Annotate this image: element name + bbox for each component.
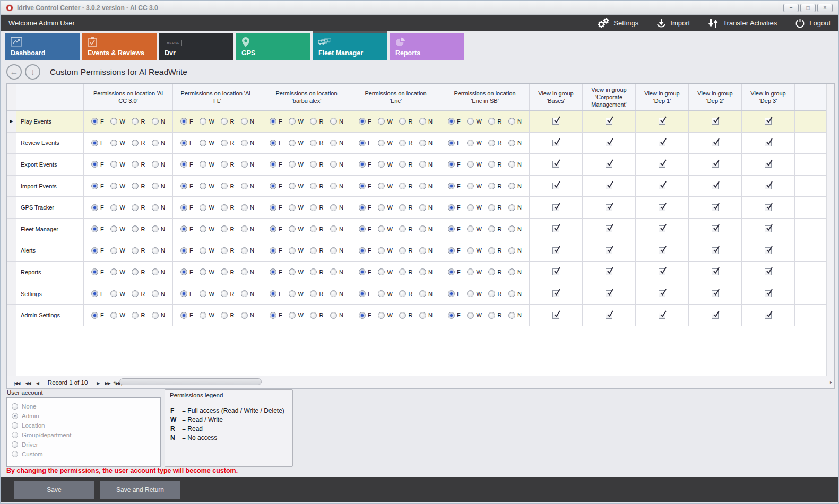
tab-reports[interactable]: Reports <box>390 33 464 60</box>
checkbox-checked-icon[interactable] <box>712 290 719 297</box>
radio-unselected-icon[interactable] <box>467 140 474 146</box>
checkbox-checked-icon[interactable] <box>712 268 719 275</box>
checkbox-checked-icon[interactable] <box>712 247 719 254</box>
radio-option-w[interactable]: W <box>289 183 303 189</box>
radio-selected-icon[interactable] <box>448 225 455 232</box>
radio-unselected-icon[interactable] <box>289 268 296 275</box>
radio-unselected-icon[interactable] <box>419 247 426 254</box>
radio-option-f[interactable]: F <box>359 161 371 168</box>
radio-option-r[interactable]: R <box>132 268 145 275</box>
radio-unselected-icon[interactable] <box>200 204 206 211</box>
radio-selected-icon[interactable] <box>448 204 455 211</box>
radio-selected-icon[interactable] <box>180 247 187 254</box>
radio-unselected-icon[interactable] <box>132 225 139 232</box>
checkbox-checked-icon[interactable] <box>765 247 772 254</box>
radio-option-r[interactable]: R <box>310 204 323 211</box>
radio-option-r[interactable]: R <box>310 161 323 168</box>
radio-selected-icon[interactable] <box>448 268 455 275</box>
radio-selected-icon[interactable] <box>91 204 98 211</box>
radio-selected-icon[interactable] <box>270 225 276 232</box>
radio-unselected-icon[interactable] <box>221 268 228 275</box>
radio-unselected-icon[interactable] <box>200 161 206 168</box>
radio-option-n[interactable]: N <box>419 225 433 232</box>
checkbox-checked-icon[interactable] <box>552 268 559 275</box>
radio-option-w[interactable]: W <box>378 225 392 232</box>
checkbox-checked-icon[interactable] <box>606 247 612 254</box>
next-page-button[interactable]: ▶▶ <box>102 381 113 386</box>
radio-unselected-icon[interactable] <box>467 312 474 319</box>
radio-option-n[interactable]: N <box>330 247 343 254</box>
radio-unselected-icon[interactable] <box>200 312 206 319</box>
checkbox-checked-icon[interactable] <box>606 204 612 211</box>
radio-option-n[interactable]: N <box>330 290 343 297</box>
tab-dvr[interactable]: MERGEDvr <box>159 33 233 60</box>
radio-option-w[interactable]: W <box>467 161 481 168</box>
action-import[interactable]: Import <box>656 19 690 28</box>
radio-unselected-icon[interactable] <box>399 183 406 189</box>
tab-events-reviews[interactable]: Events & Reviews <box>82 33 157 60</box>
radio-option-f[interactable]: F <box>91 268 104 275</box>
radio-option-r[interactable]: R <box>221 247 234 254</box>
radio-option-n[interactable]: N <box>241 312 254 319</box>
checkbox-checked-icon[interactable] <box>765 290 772 297</box>
radio-unselected-icon[interactable] <box>289 161 296 168</box>
radio-selected-icon[interactable] <box>359 183 366 189</box>
radio-unselected-icon[interactable] <box>508 118 515 125</box>
radio-unselected-icon[interactable] <box>330 247 337 254</box>
radio-unselected-icon[interactable] <box>310 204 317 211</box>
radio-option-n[interactable]: N <box>152 312 165 319</box>
radio-unselected-icon[interactable] <box>508 268 515 275</box>
checkbox-checked-icon[interactable] <box>552 140 559 146</box>
radio-unselected-icon[interactable] <box>289 118 296 125</box>
radio-unselected-icon[interactable] <box>152 290 159 297</box>
radio-unselected-icon[interactable] <box>378 290 385 297</box>
radio-option-f[interactable]: F <box>91 225 104 232</box>
radio-selected-icon[interactable] <box>448 290 455 297</box>
radio-option-w[interactable]: W <box>110 225 125 232</box>
radio-option-w[interactable]: W <box>378 268 392 275</box>
radio-option-f[interactable]: F <box>91 140 104 146</box>
radio-unselected-icon[interactable] <box>152 204 159 211</box>
radio-option-f[interactable]: F <box>180 161 193 168</box>
radio-option-w[interactable]: W <box>110 290 125 297</box>
checkbox-checked-icon[interactable] <box>606 140 612 146</box>
radio-option-r[interactable]: R <box>310 268 323 275</box>
radio-unselected-icon[interactable] <box>488 118 495 125</box>
radio-unselected-icon[interactable] <box>330 140 337 146</box>
radio-unselected-icon[interactable] <box>241 161 248 168</box>
radio-option-n[interactable]: N <box>419 290 433 297</box>
radio-selected-icon[interactable] <box>448 140 455 146</box>
radio-unselected-icon[interactable] <box>310 183 317 189</box>
radio-selected-icon[interactable] <box>180 140 187 146</box>
checkbox-checked-icon[interactable] <box>552 161 559 168</box>
radio-option-r[interactable]: R <box>399 183 412 189</box>
radio-option-n[interactable]: N <box>508 225 522 232</box>
radio-unselected-icon[interactable] <box>12 422 18 429</box>
radio-selected-icon[interactable] <box>270 290 276 297</box>
radio-unselected-icon[interactable] <box>467 290 474 297</box>
radio-option-n[interactable]: N <box>241 183 254 189</box>
radio-option-f[interactable]: F <box>180 140 193 146</box>
next-record-button[interactable]: ▶ <box>94 381 102 386</box>
radio-unselected-icon[interactable] <box>399 268 406 275</box>
radio-option-r[interactable]: R <box>399 140 412 146</box>
radio-option-f[interactable]: F <box>359 140 371 146</box>
radio-option-r[interactable]: R <box>221 183 234 189</box>
radio-option-f[interactable]: F <box>270 161 282 168</box>
radio-option-f[interactable]: F <box>270 290 282 297</box>
radio-selected-icon[interactable] <box>359 118 366 125</box>
radio-option-r[interactable]: R <box>399 290 412 297</box>
radio-unselected-icon[interactable] <box>310 161 317 168</box>
radio-option-n[interactable]: N <box>152 268 165 275</box>
vertical-scrollbar[interactable] <box>826 84 834 376</box>
checkbox-checked-icon[interactable] <box>552 118 559 125</box>
radio-unselected-icon[interactable] <box>221 290 228 297</box>
radio-unselected-icon[interactable] <box>310 247 317 254</box>
radio-option-f[interactable]: F <box>270 247 282 254</box>
radio-option-w[interactable]: W <box>200 247 214 254</box>
checkbox-checked-icon[interactable] <box>712 140 719 146</box>
radio-unselected-icon[interactable] <box>132 290 139 297</box>
radio-option-f[interactable]: F <box>359 290 371 297</box>
radio-unselected-icon[interactable] <box>488 204 495 211</box>
checkbox-checked-icon[interactable] <box>552 225 559 232</box>
